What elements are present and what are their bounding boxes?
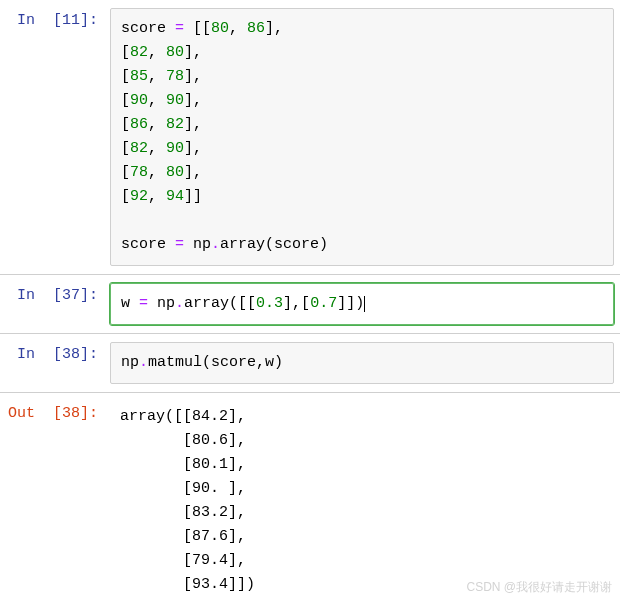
in-prompt: In [38]: (0, 338, 110, 388)
notebook-root: In [11]:score = [[80, 86], [82, 80], [85… (0, 0, 620, 600)
input-cell: In [11]:score = [[80, 86], [82, 80], [85… (0, 0, 620, 275)
output-text: array([[84.2], [80.6], [80.1], [90. ], [… (110, 397, 620, 600)
input-cell: In [38]:np.matmul(score,w) (0, 334, 620, 393)
text-caret (364, 296, 365, 312)
out-prompt: Out [38]: (0, 397, 110, 600)
code-input[interactable]: score = [[80, 86], [82, 80], [85, 78], [… (110, 8, 614, 266)
code-input[interactable]: np.matmul(score,w) (110, 342, 614, 384)
output-cell: Out [38]:array([[84.2], [80.6], [80.1], … (0, 393, 620, 600)
in-prompt: In [37]: (0, 279, 110, 329)
in-prompt: In [11]: (0, 4, 110, 270)
watermark-text: CSDN @我很好请走开谢谢 (466, 579, 612, 596)
code-input[interactable]: w = np.array([[0.3],[0.7]]) (110, 283, 614, 325)
input-cell: In [37]:w = np.array([[0.3],[0.7]]) (0, 275, 620, 334)
